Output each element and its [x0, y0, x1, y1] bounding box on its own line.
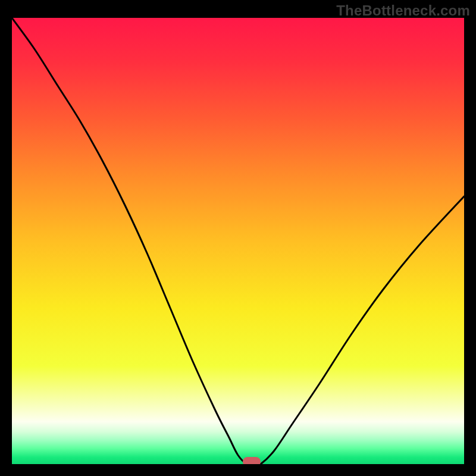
chart-frame: TheBottleneck.com [0, 0, 476, 476]
curve-path [12, 18, 464, 464]
watermark-text: TheBottleneck.com [336, 2, 470, 19]
optimal-point-marker [243, 457, 261, 464]
plot-area [12, 18, 464, 464]
bottleneck-curve [12, 18, 464, 464]
